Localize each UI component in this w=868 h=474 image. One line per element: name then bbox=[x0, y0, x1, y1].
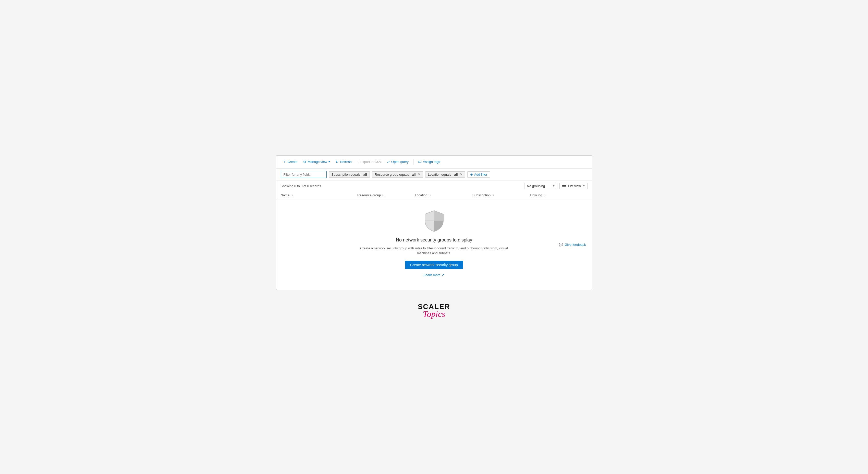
table-header: Name ↑↓ Resource group ↑↓ Location ↑↓ Su… bbox=[276, 191, 592, 199]
add-filter-button[interactable]: ⊕ Add filter bbox=[467, 171, 490, 178]
give-feedback-button[interactable]: 💬 Give feedback bbox=[559, 242, 586, 246]
query-icon: ⤢ bbox=[387, 160, 390, 164]
external-link-icon: ↗ bbox=[441, 273, 444, 277]
download-icon: ↓ bbox=[357, 160, 359, 164]
scaler-cursive-text: Topics bbox=[423, 309, 445, 319]
manage-view-button[interactable]: ⚙ Manage view ▾ bbox=[301, 159, 332, 165]
azure-panel: ＋ Create ⚙ Manage view ▾ ↻ Refresh ↓ Exp… bbox=[276, 155, 592, 290]
learn-more-link[interactable]: Learn more ↗ bbox=[424, 273, 444, 277]
subscription-filter-tag: Subscription equals all bbox=[329, 171, 370, 178]
grouping-chevron-icon: ▾ bbox=[553, 184, 555, 188]
empty-title: No network security groups to display bbox=[396, 237, 472, 243]
gear-icon: ⚙ bbox=[303, 160, 307, 164]
flow-log-sort-icon[interactable]: ↑↓ bbox=[544, 194, 546, 197]
location-filter-tag: Location equals all ✕ bbox=[425, 171, 465, 178]
records-count: Showing 0 to 0 of 0 records. bbox=[281, 184, 322, 188]
empty-description: Create a network security group with rul… bbox=[358, 246, 511, 256]
assign-tags-button[interactable]: 🏷 Assign tags bbox=[416, 159, 442, 165]
export-csv-button[interactable]: ↓ Export to CSV bbox=[355, 159, 383, 165]
name-sort-icon[interactable]: ↑↓ bbox=[290, 194, 293, 197]
filter-row: Subscription equals all Resource group e… bbox=[276, 169, 592, 181]
toolbar: ＋ Create ⚙ Manage view ▾ ↻ Refresh ↓ Exp… bbox=[276, 156, 592, 169]
records-row: Showing 0 to 0 of 0 records. No grouping… bbox=[276, 181, 592, 191]
resource-group-close-icon[interactable]: ✕ bbox=[418, 173, 420, 176]
col-location: Location ↑↓ bbox=[415, 193, 472, 197]
refresh-button[interactable]: ↻ Refresh bbox=[334, 159, 354, 165]
col-flow-log: Flow log ↑↓ bbox=[530, 193, 587, 197]
chevron-down-icon: ▾ bbox=[329, 160, 330, 163]
list-view-chevron-icon: ▾ bbox=[583, 184, 585, 188]
add-filter-icon: ⊕ bbox=[470, 173, 473, 176]
create-nsg-button[interactable]: Create network security group bbox=[405, 261, 463, 269]
shield-icon-wrap bbox=[424, 210, 444, 233]
refresh-icon: ↻ bbox=[336, 160, 339, 164]
view-controls: No grouping ▾ ≡≡ List view ▾ bbox=[524, 183, 588, 189]
list-view-button[interactable]: ≡≡ List view ▾ bbox=[559, 183, 588, 189]
tag-icon: 🏷 bbox=[418, 160, 422, 164]
shield-icon bbox=[424, 210, 444, 233]
toolbar-separator bbox=[413, 159, 413, 165]
list-view-icon: ≡≡ bbox=[562, 184, 566, 188]
scaler-brand: SCALER Topics bbox=[418, 303, 450, 319]
location-close-icon[interactable]: ✕ bbox=[460, 173, 462, 176]
filter-input[interactable] bbox=[281, 171, 327, 178]
open-query-button[interactable]: ⤢ Open query bbox=[385, 159, 411, 165]
col-resource-group: Resource group ↑↓ bbox=[357, 193, 415, 197]
subscription-sort-icon[interactable]: ↑↓ bbox=[492, 194, 494, 197]
feedback-icon: 💬 bbox=[559, 242, 563, 246]
location-sort-icon[interactable]: ↑↓ bbox=[429, 194, 431, 197]
create-button[interactable]: ＋ Create bbox=[281, 159, 300, 165]
col-name: Name ↑↓ bbox=[281, 193, 358, 197]
resource-group-filter-tag: Resource group equals all ✕ bbox=[372, 171, 423, 178]
resource-group-sort-icon[interactable]: ↑↓ bbox=[382, 194, 384, 197]
plus-icon: ＋ bbox=[283, 160, 286, 164]
col-subscription: Subscription ↑↓ bbox=[472, 193, 530, 197]
empty-state: No network security groups to display Cr… bbox=[276, 199, 592, 290]
grouping-select[interactable]: No grouping ▾ bbox=[524, 183, 557, 189]
